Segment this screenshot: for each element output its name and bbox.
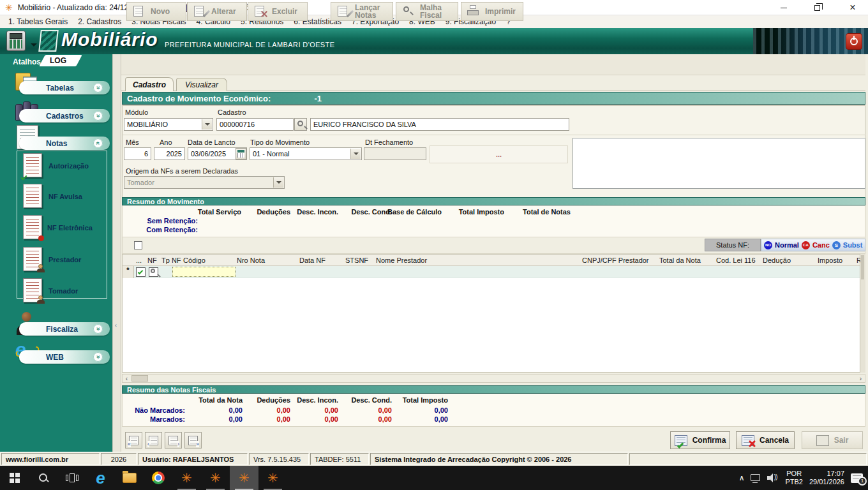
language-indicator[interactable]: POR PTB2 [785, 470, 803, 486]
tab-visualizar[interactable]: Visualizar [176, 78, 227, 91]
grid-horizontal-scrollbar[interactable]: ‹ › [122, 374, 865, 383]
clock[interactable]: 17:07 29/01/2026 [809, 470, 844, 486]
status-bar: www.fiorilli.com.br 2026 Usuário: RAFAEL… [0, 452, 868, 466]
notas-grid[interactable]: ... NF Tp NF Código Nro Nota Data NF STS… [122, 254, 860, 373]
tab-cadastro-label: Cadastro [133, 80, 166, 89]
sidebar-item-tomador[interactable]: Tomador [49, 287, 78, 295]
record-next-button[interactable]: › [165, 432, 182, 449]
taskbar-search-button[interactable] [29, 466, 57, 490]
taskbar-ie[interactable]: e [86, 466, 115, 490]
taskbar-fiorilli-app-2[interactable]: ✳ [201, 466, 230, 490]
calendar-icon[interactable] [236, 148, 246, 160]
restore-icon [814, 5, 820, 11]
col-desc-incon: Desc. Incon. [287, 208, 338, 216]
tipo-movimento-select[interactable]: 01 - Normal [250, 147, 362, 160]
tray-chevron-icon[interactable]: ∧ [739, 473, 745, 482]
chevron-up-icon[interactable]: « [93, 138, 103, 148]
status-subst-label: Subst [843, 241, 863, 249]
mes-value: 6 [144, 150, 148, 158]
contribuinte-nome-input[interactable]: EURICO FRANCISCO DA SILVA [310, 118, 569, 131]
record-last-button[interactable]: » [184, 432, 202, 449]
mes-input[interactable]: 6 [124, 147, 151, 160]
lancar-notas-button[interactable]: Lançar Notas [331, 2, 393, 21]
malha-fiscal-button[interactable]: Malha Fiscal [396, 2, 458, 21]
select-all-checkbox[interactable] [134, 241, 142, 249]
val-total-imposto: 0,00 [397, 406, 448, 414]
notification-icon[interactable]: 1 [851, 473, 863, 483]
grid-vertical-scrollbar[interactable] [860, 254, 865, 373]
task-view-button[interactable] [57, 466, 86, 490]
minimize-button[interactable] [769, 0, 798, 15]
sidebar-item-nf-avulsa[interactable]: NF Avulsa [49, 193, 82, 200]
mes-label: Mês [126, 138, 139, 146]
scroll-thumb[interactable] [131, 375, 148, 382]
start-button[interactable] [0, 466, 29, 490]
modulo-select[interactable]: MOBILIÁRIO [124, 118, 213, 131]
chevron-down-icon[interactable]: « [93, 83, 103, 93]
tab-cadastro[interactable]: Cadastro [125, 77, 174, 91]
chevron-down-icon[interactable] [350, 149, 361, 159]
alterar-button[interactable]: Alterar [187, 2, 247, 21]
cancel-x-icon [742, 435, 754, 446]
municipality-name: PREFEITURA MUNICIPAL DE LAMBARI D'OESTE [165, 41, 334, 48]
record-prev-button[interactable]: ‹ [145, 432, 162, 449]
sidebar-splitter[interactable]: ‹ [112, 54, 121, 466]
chevron-down-icon[interactable]: « [93, 324, 103, 334]
ano-input[interactable]: 2025 [154, 147, 185, 160]
nf-eletronica-icon [23, 215, 42, 239]
restore-button[interactable] [803, 0, 832, 15]
chevron-down-icon[interactable]: « [93, 352, 103, 362]
cadastro-label: Cadastro [218, 108, 246, 116]
notification-badge: 1 [858, 477, 867, 486]
sidebar-tab-log[interactable]: LOG [42, 55, 79, 66]
chevron-down-icon[interactable] [202, 119, 212, 130]
observacao-box[interactable] [572, 138, 865, 189]
close-button[interactable]: × [837, 0, 868, 15]
data-lancto-value: 03/06/2025 [191, 150, 226, 158]
col-deducoes: Deduções [239, 208, 290, 216]
row-nao-marcados: Não Marcados: [112, 406, 185, 414]
dt-fechamento-input [364, 147, 426, 160]
row-search-icon[interactable] [149, 267, 158, 277]
system-tray: ∧ )) POR PTB2 17:07 29/01/2026 1 [739, 466, 868, 490]
taskbar-file-explorer[interactable] [115, 466, 144, 490]
sidebar-item-prestador[interactable]: Prestador [49, 256, 81, 264]
prestador-icon [23, 247, 42, 271]
taskbar-fiorilli-app-1[interactable]: ✳ [172, 466, 201, 490]
gcol-nf: NF [147, 256, 157, 264]
status-tabdef: TABDEF: 5511 [310, 453, 369, 465]
origem-value: Tomador [127, 179, 154, 186]
codigo-edit-cell[interactable] [172, 267, 236, 277]
menu-cadastros[interactable]: 2. Cadastros [73, 15, 126, 28]
chevron-down-icon[interactable]: « [93, 111, 103, 121]
grid-new-row[interactable]: * [123, 266, 860, 278]
cadastro-search-button[interactable] [294, 118, 307, 131]
scroll-left-icon[interactable]: ‹ [123, 375, 131, 382]
menu-tabelas-gerais[interactable]: 1. Tabelas Gerais [3, 15, 73, 28]
row-confirm-check-icon[interactable] [136, 267, 146, 277]
scroll-right-icon[interactable]: › [857, 375, 865, 382]
sidebar-tab-atalhos[interactable]: Atalhos [13, 57, 41, 66]
excluir-button[interactable]: Excluir [248, 2, 308, 21]
confirma-button[interactable]: Confirma [670, 431, 730, 449]
taskbar-fiorilli-app-3-active[interactable]: ✳ [230, 466, 258, 490]
app-banner: Mobiliário PREFEITURA MUNICIPAL DE LAMBA… [0, 28, 868, 54]
folder-icon [123, 473, 137, 483]
power-button[interactable] [846, 33, 862, 50]
taskbar-fiorilli-app-4[interactable]: ✳ [258, 466, 287, 490]
scroll-thumb[interactable] [861, 255, 864, 279]
row-sem-retencao: Sem Retenção: [125, 217, 198, 225]
sidebar-item-nf-eletronica[interactable]: NF Eletrônica [47, 224, 93, 232]
record-first-button[interactable]: « [125, 432, 142, 449]
sidebar-item-autorizacao[interactable]: Autorização [49, 162, 89, 170]
taskbar-chrome[interactable] [144, 466, 172, 490]
cadastro-input[interactable]: 000000716 [216, 118, 294, 131]
more-options-button[interactable]: ... [430, 145, 568, 163]
novo-button[interactable]: Novo [126, 2, 186, 21]
cancela-button[interactable]: Cancela [736, 431, 795, 449]
network-icon[interactable] [751, 474, 761, 482]
volume-icon[interactable]: )) [767, 473, 779, 482]
imprimir-button[interactable]: Imprimir [461, 2, 523, 21]
splitter-collapse-icon[interactable]: ‹ [115, 322, 117, 329]
col-desc-cond: Desc. Cond. [341, 396, 392, 404]
